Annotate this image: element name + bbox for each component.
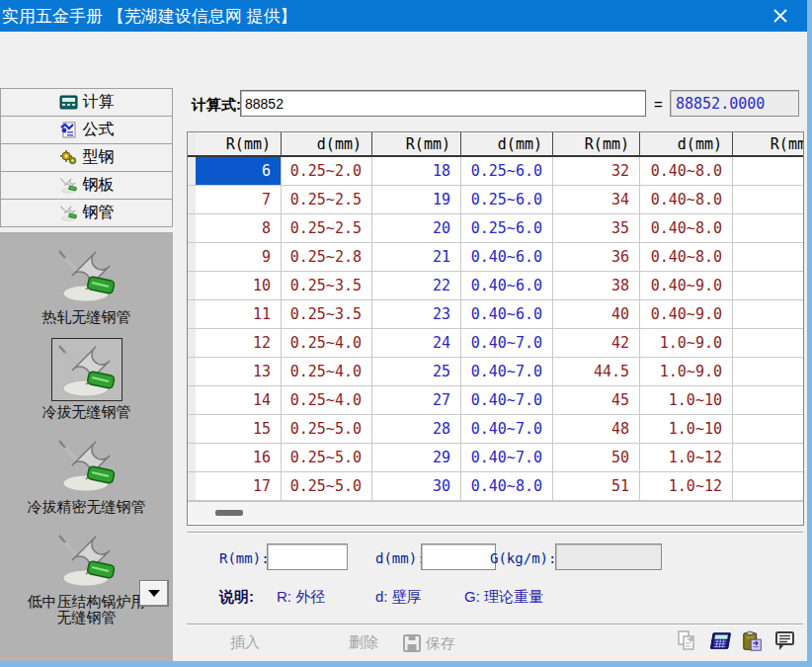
- table-cell[interactable]: 0.25~5.0: [282, 415, 372, 444]
- table-cell[interactable]: 29: [372, 444, 461, 472]
- table-cell[interactable]: 12: [196, 329, 282, 358]
- calc-expression-input[interactable]: [240, 90, 646, 117]
- table-cell[interactable]: [733, 157, 804, 186]
- table-cell[interactable]: 0.40~7.0: [461, 415, 553, 444]
- table-cell[interactable]: 7: [196, 186, 282, 214]
- table-cell[interactable]: 0.40~6.0: [461, 243, 553, 272]
- save-button[interactable]: 保存: [402, 633, 455, 653]
- table-cell[interactable]: 36: [553, 243, 640, 272]
- table-cell[interactable]: 44.5: [553, 358, 640, 386]
- table-cell[interactable]: 0.25~6.0: [461, 186, 553, 214]
- calculator-icon[interactable]: [708, 629, 732, 653]
- table-cell[interactable]: 0.40~7.0: [461, 329, 553, 358]
- table-cell[interactable]: 1.0~12: [640, 472, 733, 501]
- table-cell[interactable]: [733, 243, 804, 272]
- sidebar-button-calc[interactable]: 计算: [0, 88, 173, 117]
- tool-item-precision[interactable]: 冷拔精密无缝钢管: [0, 434, 173, 515]
- table-cell[interactable]: 13: [196, 358, 282, 386]
- table-cell[interactable]: [733, 444, 804, 472]
- table-cell[interactable]: 11: [196, 300, 282, 329]
- table-cell[interactable]: 0.40~8.0: [640, 243, 733, 272]
- scrollbar-thumb[interactable]: [215, 510, 243, 516]
- table-cell[interactable]: 32: [553, 157, 640, 186]
- table-cell[interactable]: [733, 386, 804, 415]
- table-cell[interactable]: [733, 358, 804, 386]
- table-cell[interactable]: 1.0~10: [640, 415, 733, 444]
- table-cell[interactable]: [733, 186, 804, 214]
- table-cell[interactable]: 27: [372, 386, 461, 415]
- table-cell[interactable]: 35: [553, 214, 640, 243]
- table-cell[interactable]: 0.40~8.0: [461, 472, 553, 501]
- comment-icon[interactable]: [773, 629, 797, 653]
- tool-item-cold-drawn[interactable]: 冷拔无缝钢管: [0, 339, 173, 420]
- tool-list-dropdown-button[interactable]: [139, 580, 169, 607]
- table-cell[interactable]: 0.40~7.0: [461, 358, 553, 386]
- table-cell[interactable]: [733, 300, 804, 329]
- table-cell[interactable]: 0.40~9.0: [640, 300, 733, 329]
- table-cell[interactable]: 25: [372, 358, 461, 386]
- horizontal-scrollbar[interactable]: [188, 501, 803, 523]
- copy-page-icon[interactable]: [676, 629, 699, 653]
- table-cell[interactable]: 0.25~6.0: [461, 157, 553, 186]
- table-cell[interactable]: 22: [372, 272, 461, 300]
- table-cell[interactable]: 30: [372, 472, 461, 501]
- tool-item-boiler[interactable]: 低中压结构锅炉用 无缝钢管: [0, 529, 173, 625]
- table-cell[interactable]: 18: [372, 157, 461, 186]
- table-cell[interactable]: 21: [372, 243, 461, 272]
- paste-icon[interactable]: [741, 629, 765, 653]
- table-cell[interactable]: [733, 272, 804, 300]
- table-cell[interactable]: 1.0~12: [640, 444, 733, 472]
- table-cell[interactable]: 0.25~6.0: [461, 214, 553, 243]
- table-cell[interactable]: 42: [553, 329, 640, 358]
- table-cell[interactable]: 15: [196, 415, 282, 444]
- table-cell[interactable]: 38: [553, 272, 640, 300]
- table-cell[interactable]: 0.25~2.0: [282, 157, 372, 186]
- table-cell[interactable]: 1.0~10: [640, 386, 733, 415]
- table-cell[interactable]: 20: [372, 214, 461, 243]
- table-cell[interactable]: [733, 329, 804, 358]
- insert-button[interactable]: 插入: [230, 633, 260, 652]
- table-cell[interactable]: 34: [553, 186, 640, 214]
- table-cell[interactable]: 9: [196, 243, 282, 272]
- table-cell[interactable]: 0.25~4.0: [282, 386, 372, 415]
- table-cell[interactable]: 0.25~2.5: [282, 214, 372, 243]
- tool-item-hot-rolled[interactable]: 热轧无缝钢管: [0, 244, 173, 325]
- table-cell[interactable]: 17: [196, 472, 282, 501]
- table-cell[interactable]: 0.40~8.0: [640, 157, 733, 186]
- table-cell[interactable]: 6: [196, 157, 282, 186]
- table-cell[interactable]: 24: [372, 329, 461, 358]
- table-cell[interactable]: 51: [553, 472, 640, 501]
- table-cell[interactable]: [733, 214, 804, 243]
- table-cell[interactable]: 0.40~7.0: [461, 444, 553, 472]
- d-input[interactable]: [421, 543, 496, 570]
- table-cell[interactable]: 23: [372, 300, 461, 329]
- table-cell[interactable]: 1.0~9.0: [640, 358, 733, 386]
- sidebar-button-steel-plate[interactable]: 钢板: [0, 171, 173, 200]
- table-cell[interactable]: 0.40~8.0: [640, 214, 733, 243]
- table-cell[interactable]: 8: [196, 214, 282, 243]
- table-cell[interactable]: 48: [553, 415, 640, 444]
- table-cell[interactable]: 0.25~3.5: [282, 300, 372, 329]
- table-cell[interactable]: 45: [553, 386, 640, 415]
- table-cell[interactable]: 19: [372, 186, 461, 214]
- table-cell[interactable]: 16: [196, 444, 282, 472]
- table-cell[interactable]: 0.25~2.5: [282, 186, 372, 214]
- table-cell[interactable]: 10: [196, 272, 282, 300]
- table-cell[interactable]: 0.40~8.0: [640, 186, 733, 214]
- table-cell[interactable]: 1.0~9.0: [640, 329, 733, 358]
- table-cell[interactable]: 0.25~2.8: [282, 243, 372, 272]
- table-cell[interactable]: 14: [196, 386, 282, 415]
- r-input[interactable]: [267, 543, 348, 570]
- table-cell[interactable]: 28: [372, 415, 461, 444]
- table-cell[interactable]: 40: [553, 300, 640, 329]
- table-cell[interactable]: [733, 415, 804, 444]
- delete-button[interactable]: 删除: [349, 633, 378, 652]
- table-cell[interactable]: 0.40~6.0: [461, 300, 553, 329]
- table-cell[interactable]: 0.25~5.0: [282, 472, 372, 501]
- table-cell[interactable]: 0.25~4.0: [282, 358, 372, 386]
- table-cell[interactable]: [733, 472, 804, 501]
- table-cell[interactable]: 0.40~9.0: [640, 272, 733, 300]
- sidebar-button-formula[interactable]: 公式: [0, 116, 173, 144]
- table-cell[interactable]: 50: [553, 444, 640, 472]
- table-cell[interactable]: 0.40~6.0: [461, 272, 553, 300]
